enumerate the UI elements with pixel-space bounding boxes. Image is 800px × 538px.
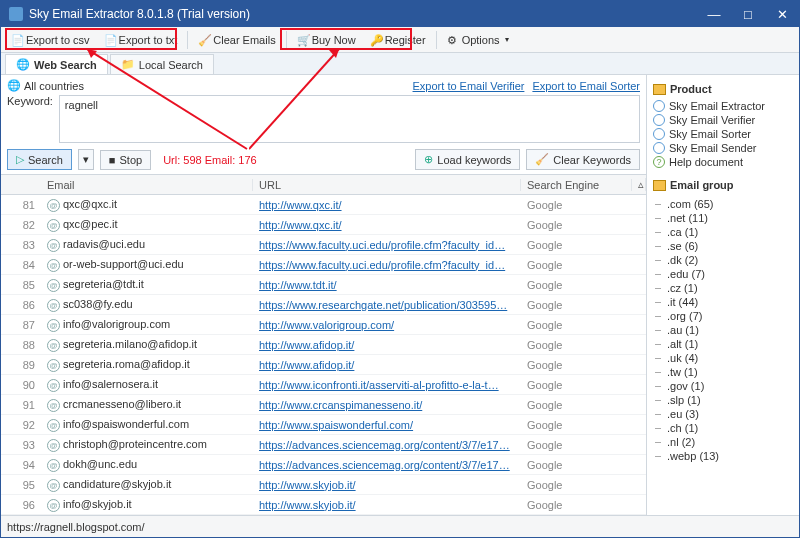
grid-header-url[interactable]: URL bbox=[253, 179, 521, 191]
close-button[interactable]: ✕ bbox=[765, 1, 799, 27]
clear-keywords-button[interactable]: 🧹Clear Keywords bbox=[526, 149, 640, 170]
row-engine: Google bbox=[521, 459, 646, 471]
broom-icon: 🧹 bbox=[198, 34, 210, 46]
table-row[interactable]: 92@info@spaiswonderful.comhttp://www.spa… bbox=[1, 415, 646, 435]
table-row[interactable]: 87@info@valorigroup.comhttp://www.valori… bbox=[1, 315, 646, 335]
folder-icon bbox=[653, 84, 666, 95]
table-row[interactable]: 89@segreteria.roma@afidop.ithttp://www.a… bbox=[1, 355, 646, 375]
export-verifier-link[interactable]: Export to Email Verifier bbox=[413, 80, 525, 92]
row-index: 88 bbox=[1, 339, 41, 351]
row-index: 89 bbox=[1, 359, 41, 371]
table-row[interactable]: 95@candidature@skyjob.ithttp://www.skyjo… bbox=[1, 475, 646, 495]
table-row[interactable]: 82@qxc@pec.ithttp://www.qxc.it/Google bbox=[1, 215, 646, 235]
row-url[interactable]: http://www.valorigroup.com/ bbox=[253, 319, 521, 331]
search-dropdown-button[interactable]: ▾ bbox=[78, 149, 94, 170]
tree-item[interactable]: .tw (1) bbox=[653, 365, 797, 379]
tree-item[interactable]: .cz (1) bbox=[653, 281, 797, 295]
product-item[interactable]: Sky Email Verifier bbox=[653, 113, 797, 127]
minimize-button[interactable]: — bbox=[697, 1, 731, 27]
buy-now-button[interactable]: 🛒Buy Now bbox=[291, 32, 362, 48]
globe-icon bbox=[653, 128, 665, 140]
product-item[interactable]: Sky Email Sender bbox=[653, 141, 797, 155]
row-url[interactable]: http://www.spaiswonderful.com/ bbox=[253, 419, 521, 431]
tree-item[interactable]: .au (1) bbox=[653, 323, 797, 337]
search-button[interactable]: ▷Search bbox=[7, 149, 72, 170]
tree-item[interactable]: .ca (1) bbox=[653, 225, 797, 239]
row-engine: Google bbox=[521, 479, 646, 491]
options-button[interactable]: ⚙Options▾ bbox=[441, 32, 515, 48]
grid-body[interactable]: 81@qxc@qxc.ithttp://www.qxc.it/Google82@… bbox=[1, 195, 646, 515]
row-url[interactable]: https://www.faculty.uci.edu/profile.cfm?… bbox=[253, 239, 521, 251]
at-icon: @ bbox=[47, 199, 60, 212]
tab-local-search[interactable]: 📁Local Search bbox=[110, 54, 214, 74]
row-url[interactable]: http://www.qxc.it/ bbox=[253, 199, 521, 211]
tree-item[interactable]: .net (11) bbox=[653, 211, 797, 225]
chevron-down-icon: ▾ bbox=[505, 35, 509, 44]
load-keywords-button[interactable]: ⊕Load keywords bbox=[415, 149, 520, 170]
tree-item[interactable]: .ch (1) bbox=[653, 421, 797, 435]
row-url[interactable]: http://www.crcanspimanesseno.it/ bbox=[253, 399, 521, 411]
tree-item[interactable]: .gov (1) bbox=[653, 379, 797, 393]
export-txt-button[interactable]: 📄Export to txt bbox=[98, 32, 184, 48]
country-selector[interactable]: 🌐All countries bbox=[7, 79, 403, 92]
row-index: 93 bbox=[1, 439, 41, 451]
row-url[interactable]: http://www.iconfronti.it/asserviti-al-pr… bbox=[253, 379, 521, 391]
row-url[interactable]: http://www.skyjob.it/ bbox=[253, 479, 521, 491]
globe-icon bbox=[653, 142, 665, 154]
email-group-tree[interactable]: .com (65).net (11).ca (1).se (6).dk (2).… bbox=[653, 197, 797, 511]
tree-item[interactable]: .com (65) bbox=[653, 197, 797, 211]
maximize-button[interactable]: □ bbox=[731, 1, 765, 27]
results-grid: Email URL Search Engine ▵ 81@qxc@qxc.ith… bbox=[1, 175, 646, 515]
grid-header-engine[interactable]: Search Engine bbox=[521, 179, 632, 191]
key-icon: 🔑 bbox=[370, 34, 382, 46]
table-row[interactable]: 85@segreteria@tdt.ithttp://www.tdt.it/Go… bbox=[1, 275, 646, 295]
table-row[interactable]: 91@crcmanesseno@libero.ithttp://www.crca… bbox=[1, 395, 646, 415]
tree-item[interactable]: .edu (7) bbox=[653, 267, 797, 281]
tree-item[interactable]: .se (6) bbox=[653, 239, 797, 253]
table-row[interactable]: 93@christoph@proteincentre.comhttps://ad… bbox=[1, 435, 646, 455]
table-row[interactable]: 83@radavis@uci.eduhttps://www.faculty.uc… bbox=[1, 235, 646, 255]
tab-web-search[interactable]: 🌐Web Search bbox=[5, 54, 108, 74]
row-url[interactable]: https://www.faculty.uci.edu/profile.cfm?… bbox=[253, 259, 521, 271]
product-item[interactable]: ?Help document bbox=[653, 155, 797, 169]
tree-item[interactable]: .slp (1) bbox=[653, 393, 797, 407]
at-icon: @ bbox=[47, 419, 60, 432]
product-item[interactable]: Sky Email Sorter bbox=[653, 127, 797, 141]
tree-item[interactable]: .webp (13) bbox=[653, 449, 797, 463]
export-csv-button[interactable]: 📄Export to csv bbox=[5, 32, 96, 48]
row-engine: Google bbox=[521, 379, 646, 391]
at-icon: @ bbox=[47, 319, 60, 332]
row-url[interactable]: https://advances.sciencemag.org/content/… bbox=[253, 439, 521, 451]
register-button[interactable]: 🔑Register bbox=[364, 32, 432, 48]
table-row[interactable]: 84@or-web-support@uci.eduhttps://www.fac… bbox=[1, 255, 646, 275]
row-url[interactable]: http://www.qxc.it/ bbox=[253, 219, 521, 231]
tree-item[interactable]: .uk (4) bbox=[653, 351, 797, 365]
row-url[interactable]: http://www.afidop.it/ bbox=[253, 339, 521, 351]
table-row[interactable]: 81@qxc@qxc.ithttp://www.qxc.it/Google bbox=[1, 195, 646, 215]
row-url[interactable]: http://www.tdt.it/ bbox=[253, 279, 521, 291]
table-row[interactable]: 94@dokh@unc.eduhttps://advances.sciencem… bbox=[1, 455, 646, 475]
export-sorter-link[interactable]: Export to Email Sorter bbox=[532, 80, 640, 92]
keyword-input[interactable] bbox=[59, 95, 640, 143]
grid-header-email[interactable]: Email bbox=[41, 179, 253, 191]
row-url[interactable]: https://advances.sciencemag.org/content/… bbox=[253, 459, 521, 471]
row-url[interactable]: http://www.skyjob.it/ bbox=[253, 499, 521, 511]
clear-emails-button[interactable]: 🧹Clear Emails bbox=[192, 32, 281, 48]
stop-button[interactable]: ■Stop bbox=[100, 150, 151, 170]
product-item[interactable]: Sky Email Extractor bbox=[653, 99, 797, 113]
tree-item[interactable]: .it (44) bbox=[653, 295, 797, 309]
row-engine: Google bbox=[521, 339, 646, 351]
row-url[interactable]: http://www.afidop.it/ bbox=[253, 359, 521, 371]
table-row[interactable]: 96@info@skyjob.ithttp://www.skyjob.it/Go… bbox=[1, 495, 646, 515]
row-url[interactable]: https://www.researchgate.net/publication… bbox=[253, 299, 521, 311]
tree-item[interactable]: .alt (1) bbox=[653, 337, 797, 351]
table-row[interactable]: 88@segreteria.milano@afidop.ithttp://www… bbox=[1, 335, 646, 355]
cart-icon: 🛒 bbox=[297, 34, 309, 46]
tree-item[interactable]: .dk (2) bbox=[653, 253, 797, 267]
tree-item[interactable]: .eu (3) bbox=[653, 407, 797, 421]
table-row[interactable]: 90@info@salernosera.ithttp://www.iconfro… bbox=[1, 375, 646, 395]
tree-item[interactable]: .nl (2) bbox=[653, 435, 797, 449]
table-row[interactable]: 86@sc038@fy.eduhttps://www.researchgate.… bbox=[1, 295, 646, 315]
stop-icon: ■ bbox=[109, 154, 116, 166]
tree-item[interactable]: .org (7) bbox=[653, 309, 797, 323]
